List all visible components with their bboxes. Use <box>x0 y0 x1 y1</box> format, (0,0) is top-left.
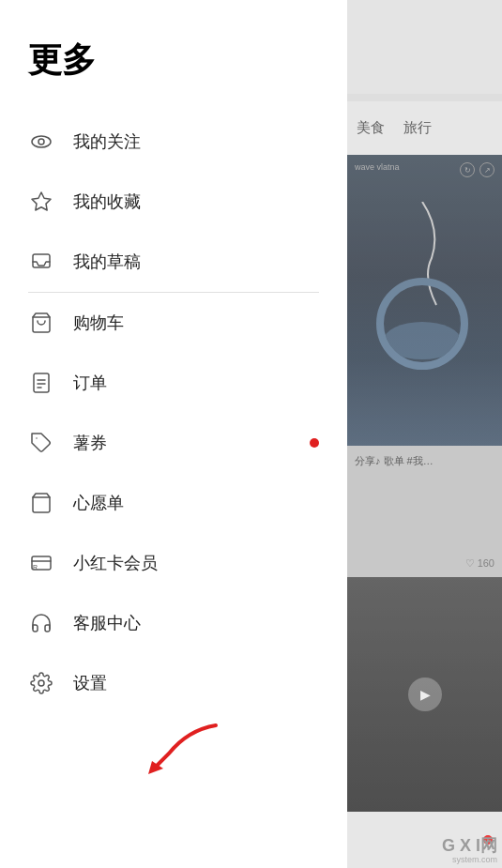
menu-panel: 更多 我的关注 我的收藏 我的草稿 <box>0 0 347 868</box>
menu-label-shopping-cart: 购物车 <box>73 312 319 334</box>
menu-item-coupons[interactable]: 薯券 <box>0 413 347 473</box>
menu-label-wishlist: 心愿单 <box>73 492 319 514</box>
gear-icon <box>28 670 54 696</box>
menu-title: 更多 <box>0 0 347 112</box>
menu-item-customer-service[interactable]: 客服中心 <box>0 593 347 653</box>
eye-icon <box>28 129 54 155</box>
star-icon <box>28 189 54 215</box>
bg-dim-overlay <box>347 0 502 868</box>
menu-label-my-drafts: 我的草稿 <box>73 251 319 273</box>
arrow-annotation <box>113 707 235 785</box>
document-icon <box>28 370 54 396</box>
card-icon: R <box>28 550 54 576</box>
menu-item-wishlist[interactable]: 心愿单 <box>0 473 347 533</box>
menu-label-coupons: 薯券 <box>73 432 319 454</box>
arrow-svg <box>113 707 235 782</box>
menu-label-customer-service: 客服中心 <box>73 612 319 634</box>
cart-icon <box>28 310 54 336</box>
svg-marker-5 <box>32 192 51 210</box>
svg-rect-8 <box>34 373 49 392</box>
watermark-domain: system.com <box>452 855 497 864</box>
coupons-badge <box>310 438 319 448</box>
menu-item-shopping-cart[interactable]: 购物车 <box>0 293 347 353</box>
menu-label-my-collections: 我的收藏 <box>73 190 319 213</box>
menu-label-membership: 小红卡会员 <box>73 552 319 574</box>
svg-point-17 <box>38 680 44 686</box>
menu-item-my-follows[interactable]: 我的关注 <box>0 112 347 172</box>
svg-point-4 <box>38 139 44 145</box>
menu-item-settings[interactable]: 设置 <box>0 653 347 713</box>
tag-icon <box>28 430 54 456</box>
menu-label-my-follows: 我的关注 <box>73 130 319 153</box>
headset-icon <box>28 610 54 636</box>
menu-item-membership[interactable]: R 小红卡会员 <box>0 533 347 593</box>
svg-text:R: R <box>33 564 38 571</box>
inbox-icon <box>28 249 54 275</box>
menu-label-settings: 设置 <box>73 672 319 694</box>
menu-item-my-drafts[interactable]: 我的草稿 <box>0 232 347 292</box>
menu-item-orders[interactable]: 订单 <box>0 353 347 413</box>
bag-icon <box>28 490 54 516</box>
menu-item-my-collections[interactable]: 我的收藏 <box>0 172 347 232</box>
svg-point-3 <box>32 136 51 147</box>
menu-label-orders: 订单 <box>73 372 319 394</box>
